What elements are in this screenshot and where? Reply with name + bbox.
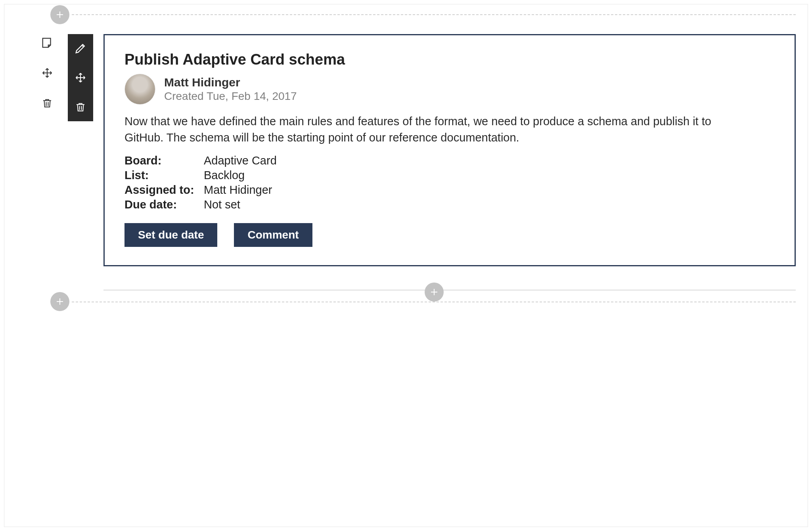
avatar (124, 74, 155, 105)
action-bar: Set due date Comment (124, 223, 775, 247)
insert-row-top (72, 14, 796, 15)
fact-value: Backlog (204, 169, 775, 182)
canvas: Publish Adaptive Card schema Matt Hiding… (4, 4, 808, 527)
plus-icon (429, 287, 439, 297)
card-bottom-divider (103, 290, 796, 290)
created-date: Created Tue, Feb 14, 2017 (164, 90, 297, 103)
set-due-date-button[interactable]: Set due date (124, 223, 217, 247)
fact-set: Board: Adaptive Card List: Backlog Assig… (124, 154, 775, 211)
adaptive-card[interactable]: Publish Adaptive Card schema Matt Hiding… (103, 34, 796, 266)
move-button-light[interactable] (38, 64, 56, 82)
fact-label: Due date: (124, 198, 204, 211)
author-row: Matt Hidinger Created Tue, Feb 14, 2017 (124, 74, 775, 105)
fact-value: Matt Hidinger (204, 183, 775, 197)
insert-row-bottom (72, 302, 796, 302)
move-icon (41, 67, 53, 79)
fact-label: Board: (124, 154, 204, 167)
card-title: Publish Adaptive Card schema (124, 51, 775, 68)
fact-label: List: (124, 169, 204, 182)
author-name: Matt Hidinger (164, 76, 297, 89)
element-toolbar-light (38, 34, 56, 112)
add-element-top-button[interactable] (50, 5, 69, 24)
delete-button-dark[interactable] (72, 98, 89, 116)
element-toolbar-dark (68, 34, 93, 121)
fact-label: Assigned to: (124, 183, 204, 197)
move-button-dark[interactable] (72, 69, 89, 86)
trash-icon (41, 97, 53, 109)
add-element-center-button[interactable] (425, 283, 444, 302)
trash-icon (75, 101, 86, 113)
plus-icon (55, 297, 65, 306)
fact-value: Adaptive Card (204, 154, 775, 167)
comment-button[interactable]: Comment (234, 223, 312, 247)
delete-button-light[interactable] (38, 94, 56, 112)
card-description: Now that we have defined the main rules … (124, 113, 751, 145)
add-element-bottom-button[interactable] (50, 292, 69, 311)
plus-icon (55, 10, 65, 19)
note-icon (40, 36, 54, 50)
note-button[interactable] (38, 34, 56, 52)
edit-button[interactable] (72, 40, 89, 57)
fact-value: Not set (204, 198, 775, 211)
move-icon (75, 72, 86, 84)
pencil-icon (74, 42, 87, 55)
